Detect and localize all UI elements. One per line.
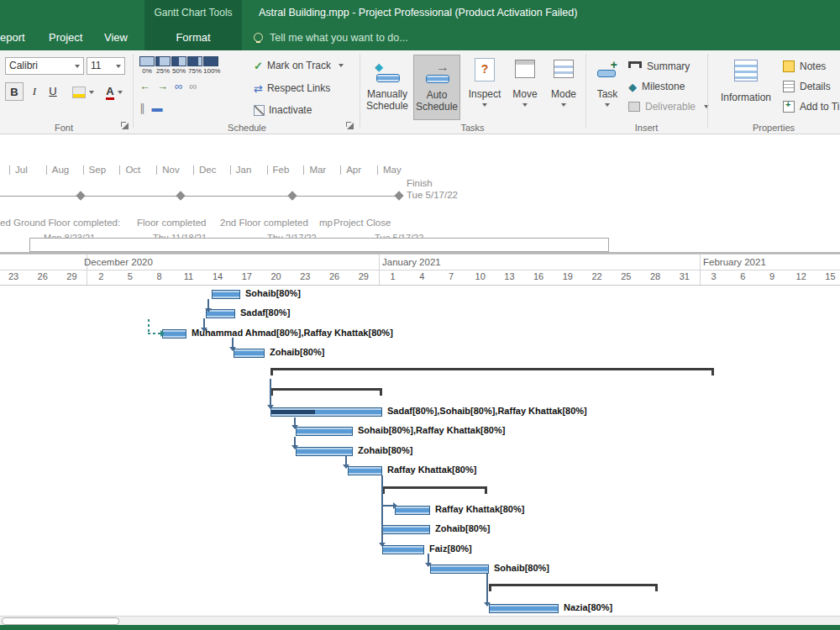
task-bar-tool-icon[interactable] <box>152 102 163 113</box>
timeline-month-tick <box>193 165 194 175</box>
background-color-button[interactable] <box>71 82 96 101</box>
font-dialog-launcher[interactable] <box>121 122 129 129</box>
horizontal-scrollbar[interactable] <box>0 616 840 625</box>
gantt-timescale-header[interactable]: December 2020January 2021February 202123… <box>0 254 840 286</box>
timescale-day-label: 4 <box>419 271 424 281</box>
tab-view[interactable]: View <box>104 25 128 50</box>
inspect-button[interactable]: Inspect <box>465 55 504 120</box>
timeline-pane[interactable]: Finish Tue 5/17/22 JulAugSepOctNovDecJan… <box>0 134 840 254</box>
mark-on-track-button[interactable]: Mark on Track <box>254 57 344 74</box>
move-icon <box>515 60 535 78</box>
task-link-arrow-icon <box>393 502 397 509</box>
information-button[interactable]: Information <box>719 55 773 120</box>
font-color-button[interactable]: A <box>101 82 128 101</box>
task-bar[interactable] <box>212 290 240 299</box>
chevron-down-icon[interactable] <box>605 103 610 107</box>
font-name-combo[interactable]: Calibri <box>5 57 84 75</box>
insert-milestone-button[interactable]: Milestone <box>628 79 685 94</box>
percent-complete-0-button[interactable]: 0% <box>139 56 155 75</box>
task-bar[interactable] <box>270 407 382 417</box>
chevron-down-icon[interactable] <box>116 65 121 68</box>
chevron-down-icon[interactable] <box>118 91 123 94</box>
summary-task-bar[interactable] <box>382 486 487 489</box>
chevron-down-icon[interactable] <box>75 65 80 68</box>
chevron-down-icon[interactable] <box>89 91 94 94</box>
schedule-dialog-launcher[interactable] <box>346 122 354 129</box>
summary-task-bar[interactable] <box>489 584 658 586</box>
task-link-line <box>148 319 150 333</box>
add-to-timeline-button[interactable]: Add to Ti <box>783 99 839 114</box>
insert-milestone-label: Milestone <box>642 81 685 92</box>
task-bar-core <box>490 606 558 611</box>
respect-links-button[interactable]: Respect Links <box>254 80 330 97</box>
indent-task-icon[interactable] <box>157 81 168 92</box>
percent-complete-25-button[interactable]: 25% <box>155 56 171 75</box>
percent-complete-100-button[interactable]: 100% <box>203 56 218 75</box>
timeline-month-tick <box>9 165 10 175</box>
task-bar[interactable] <box>162 329 186 339</box>
ribbon-tab-row: eport Project View Format Tell me what y… <box>0 25 840 50</box>
mode-button[interactable]: Mode <box>545 55 582 120</box>
timescale-day-label: 5 <box>128 271 133 281</box>
task-bar[interactable] <box>348 466 382 475</box>
timescale-day-label: 19 <box>563 271 573 281</box>
group-separator <box>360 54 360 128</box>
task-link-line <box>270 379 271 406</box>
percent-complete-75-button[interactable]: 75% <box>187 56 202 75</box>
timescale-month-separator <box>379 255 380 285</box>
timeline-month-label: Sep <box>89 165 106 175</box>
timescale-day-label: 20 <box>270 271 281 281</box>
task-link-arrow-icon <box>343 465 349 469</box>
inactivate-button[interactable]: Inactivate <box>254 102 312 118</box>
task-bar[interactable] <box>234 349 265 358</box>
timeline-finish-date: Tue 5/17/22 <box>407 190 458 200</box>
timeline-month-tick <box>267 165 268 175</box>
milestone-diamond-icon <box>394 191 403 200</box>
auto-schedule-button[interactable]: Auto Schedule <box>413 55 460 120</box>
unlink-tasks-icon[interactable] <box>189 81 197 92</box>
chevron-down-icon[interactable] <box>482 103 487 107</box>
horizontal-scrollbar-thumb[interactable] <box>2 617 119 625</box>
font-size-combo[interactable]: 11 <box>87 57 125 75</box>
details-button[interactable]: Details <box>783 79 831 94</box>
italic-button[interactable]: I <box>26 82 43 101</box>
task-bar[interactable] <box>430 564 489 574</box>
notes-button[interactable]: Notes <box>783 59 826 74</box>
auto-schedule-label-2: Schedule <box>414 101 459 113</box>
summary-task-bar[interactable] <box>270 368 714 370</box>
task-bar[interactable] <box>382 545 424 554</box>
gantt-chart-area[interactable]: Sohaib[80%]Sadaf[80%]Muhammad Ahmad[80%]… <box>0 286 840 616</box>
task-bar-core <box>383 528 429 532</box>
chevron-down-icon[interactable] <box>522 103 528 107</box>
task-bar[interactable] <box>395 506 430 515</box>
timescale-month-separator <box>700 255 701 285</box>
task-bar[interactable] <box>296 427 353 436</box>
task-bar[interactable] <box>296 447 353 456</box>
task-bar[interactable] <box>382 525 430 534</box>
task-link-arrow-icon <box>484 602 491 606</box>
move-button[interactable]: Move <box>507 55 543 120</box>
timescale-day-label: 10 <box>475 271 486 281</box>
task-bar[interactable] <box>489 604 559 613</box>
chevron-down-icon[interactable] <box>339 64 344 67</box>
timeline-pan-zoom-box[interactable] <box>29 238 609 252</box>
tell-me-box[interactable]: Tell me what you want to do... <box>254 25 408 50</box>
timescale-day-label: 1 <box>390 271 395 281</box>
percent-complete-50-button[interactable]: 50% <box>171 56 186 75</box>
summary-task-bar[interactable] <box>270 388 382 391</box>
chevron-down-icon[interactable] <box>561 103 566 107</box>
insert-task-button[interactable]: Task <box>590 55 625 120</box>
tab-format[interactable]: Format <box>144 25 242 50</box>
bold-button[interactable]: B <box>5 82 24 101</box>
tab-project[interactable]: Project <box>49 25 82 50</box>
split-task-icon[interactable] <box>139 102 145 113</box>
underline-button[interactable]: U <box>45 82 61 101</box>
timescale-day-label: 14 <box>213 271 223 281</box>
insert-summary-button[interactable]: Summary <box>628 59 690 74</box>
timescale-day-label: 11 <box>184 271 193 281</box>
manually-schedule-button[interactable]: Manually Schedule <box>365 55 410 120</box>
task-link-arrow-icon <box>379 543 386 547</box>
link-tasks-icon[interactable] <box>175 81 182 92</box>
outdent-task-icon[interactable] <box>139 81 150 92</box>
tab-report[interactable]: eport <box>0 25 25 50</box>
